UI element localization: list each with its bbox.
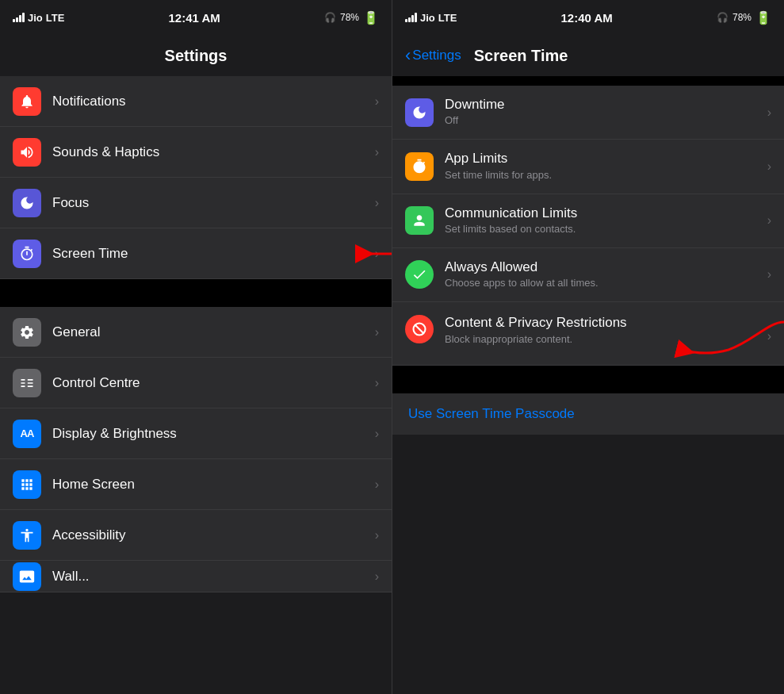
control-centre-label: Control Centre: [52, 375, 140, 390]
st-item-downtime[interactable]: Downtime Off ›: [392, 86, 784, 140]
app-limits-title: App Limits: [445, 151, 761, 167]
downtime-icon: [405, 98, 434, 127]
st-item-always-allowed[interactable]: Always Allowed Choose apps to allow at a…: [392, 248, 784, 302]
st-item-content-privacy[interactable]: Content & Privacy Restrictions Block ina…: [392, 302, 784, 366]
content-privacy-subtitle: Block inappropriate content.: [445, 333, 761, 347]
screen-time-chevron: ›: [375, 247, 379, 261]
left-status-bar: Jio LTE 12:41 AM 🎧 78% 🔋: [0, 0, 392, 35]
accessibility-label: Accessibility: [52, 527, 126, 543]
svg-line-2: [415, 324, 424, 334]
sounds-label: Sounds & Haptics: [52, 144, 159, 159]
control-centre-icon: [13, 369, 41, 397]
general-chevron: ›: [375, 325, 379, 339]
settings-group-2: General › Control Centre › AA: [0, 307, 392, 592]
settings-item-wallpaper[interactable]: Wall... ›: [0, 561, 392, 592]
screen-time-list: Downtime Off › App Limits Set time limit…: [392, 86, 784, 694]
content-privacy-title: Content & Privacy Restrictions: [445, 315, 761, 331]
left-carrier: Jio LTE: [13, 12, 64, 24]
right-bottom-divider: [392, 366, 784, 393]
st-item-comm-limits[interactable]: Communication Limits Set limits based on…: [392, 194, 784, 248]
downtime-content: Downtime Off: [445, 97, 761, 128]
settings-item-screen-time[interactable]: Screen Time ›: [0, 228, 392, 279]
signal-icon: [13, 13, 25, 22]
downtime-chevron: ›: [767, 105, 771, 120]
always-allowed-title: Always Allowed: [445, 259, 761, 275]
comm-limits-subtitle: Set limits based on contacts.: [445, 223, 761, 236]
right-headphone-icon: 🎧: [717, 12, 729, 23]
section-divider-1: [0, 279, 392, 307]
left-title: Settings: [165, 47, 228, 65]
right-battery: 🎧 78% 🔋: [717, 10, 771, 25]
passcode-button[interactable]: Use Screen Time Passcode: [408, 397, 575, 431]
settings-list: Notifications › Sounds & Haptics ›: [0, 76, 392, 694]
settings-item-sounds[interactable]: Sounds & Haptics ›: [0, 127, 392, 178]
display-icon: AA: [13, 420, 41, 448]
sounds-icon: [13, 138, 41, 167]
notifications-chevron: ›: [375, 94, 379, 109]
focus-icon: [13, 189, 41, 217]
home-screen-chevron: ›: [375, 477, 379, 492]
left-nav-header: Settings: [0, 35, 392, 76]
right-top-divider: [392, 76, 784, 86]
app-limits-subtitle: Set time limits for apps.: [445, 169, 761, 182]
app-limits-icon: [405, 152, 434, 181]
wallpaper-label: Wall...: [52, 569, 90, 584]
wallpaper-chevron: ›: [375, 569, 379, 584]
st-item-app-limits[interactable]: App Limits Set time limits for apps. ›: [392, 140, 784, 194]
battery-icon: 🔋: [363, 10, 379, 25]
screen-time-icon: [13, 240, 41, 268]
control-centre-content: Control Centre: [52, 375, 369, 391]
always-allowed-chevron: ›: [767, 267, 771, 282]
sounds-chevron: ›: [375, 145, 379, 159]
wallpaper-icon: [13, 562, 41, 591]
downtime-title: Downtime: [445, 97, 761, 113]
accessibility-chevron: ›: [375, 528, 379, 543]
app-limits-chevron: ›: [767, 159, 771, 174]
display-label: Display & Brightness: [52, 426, 177, 441]
back-button[interactable]: ‹ Settings: [405, 46, 461, 66]
general-content: General: [52, 324, 369, 340]
settings-item-control-centre[interactable]: Control Centre ›: [0, 358, 392, 408]
settings-group-1: Notifications › Sounds & Haptics ›: [0, 76, 392, 279]
display-chevron: ›: [375, 427, 379, 441]
right-battery-icon: 🔋: [755, 10, 771, 25]
comm-limits-title: Communication Limits: [445, 205, 761, 221]
back-chevron-icon: ‹: [405, 45, 411, 66]
settings-item-notifications[interactable]: Notifications ›: [0, 76, 392, 127]
downtime-subtitle: Off: [445, 114, 761, 128]
app-limits-content: App Limits Set time limits for apps.: [445, 151, 761, 182]
right-title: Screen Time: [474, 47, 568, 65]
right-status-bar: Jio LTE 12:40 AM 🎧 78% 🔋: [392, 0, 784, 35]
comm-limits-icon: [405, 206, 434, 235]
notifications-label: Notifications: [52, 94, 126, 109]
always-allowed-content: Always Allowed Choose apps to allow at a…: [445, 259, 761, 290]
right-nav-header: ‹ Settings Screen Time: [392, 35, 784, 76]
settings-item-accessibility[interactable]: Accessibility ›: [0, 510, 392, 561]
right-panel: Jio LTE 12:40 AM 🎧 78% 🔋 ‹ Settings Scre…: [392, 0, 784, 694]
display-content: Display & Brightness: [52, 426, 369, 442]
accessibility-icon: [13, 521, 41, 550]
right-carrier: Jio LTE: [405, 12, 457, 24]
comm-limits-chevron: ›: [767, 213, 771, 228]
wallpaper-content: Wall...: [52, 569, 369, 585]
settings-item-general[interactable]: General ›: [0, 307, 392, 358]
content-privacy-chevron: ›: [767, 329, 771, 343]
screen-time-content: Screen Time: [52, 246, 369, 262]
left-panel: Jio LTE 12:41 AM 🎧 78% 🔋 Settings Notifi…: [0, 0, 392, 694]
right-signal-icon: [405, 13, 417, 22]
settings-item-home-screen[interactable]: Home Screen ›: [0, 459, 392, 510]
notifications-icon: [13, 87, 41, 116]
settings-item-focus[interactable]: Focus ›: [0, 178, 392, 228]
focus-content: Focus: [52, 195, 369, 211]
always-allowed-subtitle: Choose apps to allow at all times.: [445, 277, 761, 290]
general-icon: [13, 318, 41, 347]
left-time: 12:41 AM: [169, 11, 220, 25]
focus-label: Focus: [52, 195, 89, 210]
home-screen-content: Home Screen: [52, 477, 369, 493]
passcode-section: Use Screen Time Passcode: [392, 393, 784, 435]
right-time: 12:40 AM: [561, 11, 613, 25]
headphone-icon: 🎧: [324, 12, 336, 23]
notifications-content: Notifications: [52, 94, 369, 109]
settings-item-display[interactable]: AA Display & Brightness ›: [0, 408, 392, 459]
control-centre-chevron: ›: [375, 376, 379, 390]
